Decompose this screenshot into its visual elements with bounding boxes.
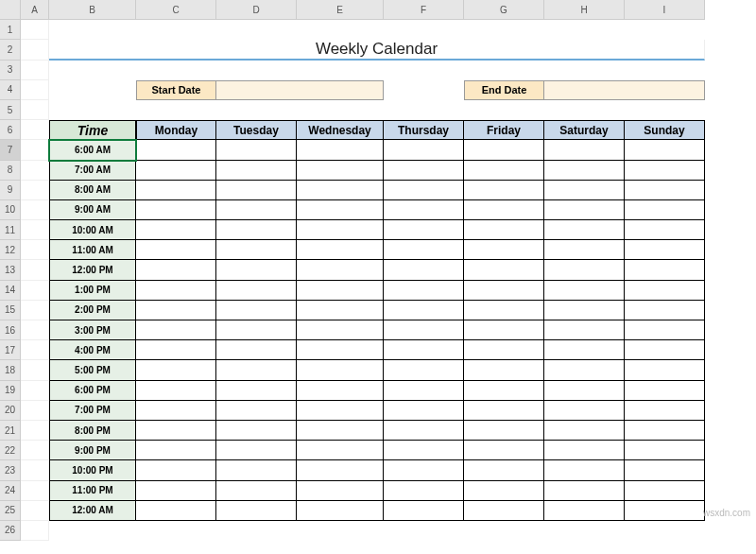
calendar-cell[interactable] bbox=[297, 220, 384, 240]
cell-A9[interactable] bbox=[21, 181, 49, 200]
row-header-26[interactable]: 26 bbox=[0, 521, 21, 541]
calendar-cell[interactable] bbox=[384, 301, 464, 320]
calendar-cell[interactable] bbox=[544, 340, 625, 360]
calendar-cell[interactable] bbox=[464, 240, 544, 260]
calendar-cell[interactable] bbox=[297, 301, 384, 320]
calendar-cell[interactable] bbox=[216, 421, 297, 441]
time-slot[interactable]: 1:00 PM bbox=[49, 281, 136, 301]
calendar-cell[interactable] bbox=[136, 200, 216, 220]
calendar-cell[interactable] bbox=[216, 260, 297, 280]
time-slot[interactable]: 7:00 PM bbox=[49, 401, 136, 421]
header-friday[interactable]: Friday bbox=[464, 120, 544, 140]
row-header-10[interactable]: 10 bbox=[0, 200, 21, 220]
cell-A13[interactable] bbox=[21, 260, 49, 280]
calendar-cell[interactable] bbox=[625, 140, 705, 160]
time-slot[interactable]: 10:00 PM bbox=[49, 460, 136, 480]
row-header-25[interactable]: 25 bbox=[0, 501, 21, 521]
calendar-cell[interactable] bbox=[384, 320, 464, 340]
calendar-cell[interactable] bbox=[464, 501, 544, 521]
cell-A24[interactable] bbox=[21, 481, 49, 501]
calendar-cell[interactable] bbox=[544, 181, 625, 200]
calendar-cell[interactable] bbox=[464, 301, 544, 320]
header-time[interactable]: Time bbox=[49, 120, 136, 140]
row-header-21[interactable]: 21 bbox=[0, 421, 21, 441]
calendar-cell[interactable] bbox=[464, 340, 544, 360]
calendar-cell[interactable] bbox=[384, 360, 464, 380]
calendar-cell[interactable] bbox=[544, 301, 625, 320]
calendar-cell[interactable] bbox=[216, 320, 297, 340]
calendar-cell[interactable] bbox=[464, 360, 544, 380]
calendar-cell[interactable] bbox=[464, 441, 544, 460]
calendar-cell[interactable] bbox=[297, 200, 384, 220]
calendar-cell[interactable] bbox=[136, 301, 216, 320]
calendar-cell[interactable] bbox=[384, 140, 464, 160]
calendar-cell[interactable] bbox=[216, 220, 297, 240]
cell-A11[interactable] bbox=[21, 220, 49, 240]
row-header-12[interactable]: 12 bbox=[0, 240, 21, 260]
calendar-cell[interactable] bbox=[216, 200, 297, 220]
row-header-6[interactable]: 6 bbox=[0, 120, 21, 140]
calendar-cell[interactable] bbox=[464, 140, 544, 160]
time-slot[interactable]: 5:00 PM bbox=[49, 360, 136, 380]
calendar-cell[interactable] bbox=[544, 240, 625, 260]
calendar-cell[interactable] bbox=[297, 281, 384, 301]
row-header-7[interactable]: 7 bbox=[0, 140, 21, 160]
calendar-cell[interactable] bbox=[384, 260, 464, 280]
calendar-cell[interactable] bbox=[136, 340, 216, 360]
calendar-cell[interactable] bbox=[384, 340, 464, 360]
calendar-cell[interactable] bbox=[216, 140, 297, 160]
calendar-cell[interactable] bbox=[216, 281, 297, 301]
row-header-14[interactable]: 14 bbox=[0, 281, 21, 301]
row-header-3[interactable]: 3 bbox=[0, 61, 21, 80]
calendar-cell[interactable] bbox=[625, 401, 705, 421]
calendar-cell[interactable] bbox=[216, 360, 297, 380]
calendar-cell[interactable] bbox=[384, 240, 464, 260]
calendar-cell[interactable] bbox=[625, 441, 705, 460]
calendar-cell[interactable] bbox=[297, 481, 384, 501]
calendar-cell[interactable] bbox=[136, 260, 216, 280]
calendar-cell[interactable] bbox=[625, 501, 705, 521]
calendar-cell[interactable] bbox=[625, 161, 705, 181]
calendar-cell[interactable] bbox=[464, 320, 544, 340]
calendar-cell[interactable] bbox=[216, 301, 297, 320]
calendar-cell[interactable] bbox=[297, 161, 384, 181]
calendar-cell[interactable] bbox=[136, 401, 216, 421]
calendar-cell[interactable] bbox=[136, 220, 216, 240]
calendar-cell[interactable] bbox=[297, 260, 384, 280]
cell-A2[interactable] bbox=[21, 40, 49, 60]
calendar-cell[interactable] bbox=[464, 460, 544, 480]
calendar-cell[interactable] bbox=[464, 220, 544, 240]
calendar-cell[interactable] bbox=[544, 481, 625, 501]
calendar-cell[interactable] bbox=[625, 301, 705, 320]
row-header-13[interactable]: 13 bbox=[0, 260, 21, 280]
time-slot[interactable]: 11:00 AM bbox=[49, 240, 136, 260]
col-header-B[interactable]: B bbox=[49, 0, 136, 20]
cell-A21[interactable] bbox=[21, 421, 49, 441]
calendar-cell[interactable] bbox=[136, 501, 216, 521]
calendar-cell[interactable] bbox=[544, 501, 625, 521]
time-slot[interactable]: 9:00 PM bbox=[49, 441, 136, 460]
row-header-20[interactable]: 20 bbox=[0, 401, 21, 421]
calendar-cell[interactable] bbox=[216, 240, 297, 260]
calendar-cell[interactable] bbox=[384, 161, 464, 181]
calendar-cell[interactable] bbox=[464, 401, 544, 421]
calendar-cell[interactable] bbox=[297, 421, 384, 441]
time-slot[interactable]: 11:00 PM bbox=[49, 481, 136, 501]
calendar-cell[interactable] bbox=[297, 381, 384, 401]
calendar-cell[interactable] bbox=[464, 260, 544, 280]
calendar-cell[interactable] bbox=[544, 140, 625, 160]
calendar-cell[interactable] bbox=[544, 441, 625, 460]
calendar-cell[interactable] bbox=[544, 281, 625, 301]
row-header-24[interactable]: 24 bbox=[0, 481, 21, 501]
calendar-cell[interactable] bbox=[625, 340, 705, 360]
row-header-9[interactable]: 9 bbox=[0, 181, 21, 200]
row-header-23[interactable]: 23 bbox=[0, 460, 21, 480]
calendar-cell[interactable] bbox=[136, 281, 216, 301]
calendar-cell[interactable] bbox=[136, 360, 216, 380]
cell-A25[interactable] bbox=[21, 501, 49, 521]
calendar-cell[interactable] bbox=[136, 240, 216, 260]
col-header-I[interactable]: I bbox=[625, 0, 705, 20]
calendar-cell[interactable] bbox=[544, 220, 625, 240]
calendar-cell[interactable] bbox=[625, 281, 705, 301]
calendar-cell[interactable] bbox=[136, 441, 216, 460]
